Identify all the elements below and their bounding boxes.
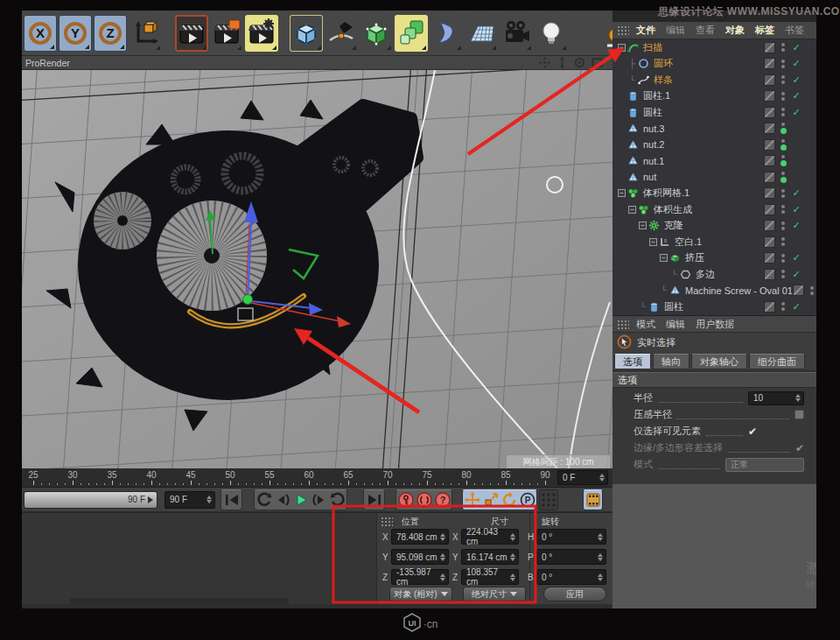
next-key-icon[interactable] (328, 490, 346, 510)
spline-pen-icon[interactable] (325, 15, 358, 52)
tree-row[interactable]: −体积网格.1✓ (612, 186, 816, 202)
zoom-icon[interactable] (556, 56, 569, 69)
visibility-dots-icon[interactable] (778, 155, 788, 166)
subdivision-surface-icon[interactable] (360, 15, 393, 52)
tree-row[interactable]: └样条✓ (612, 72, 816, 88)
tree-row[interactable]: −扫描✓ (612, 39, 816, 56)
layer-toggle-icon[interactable] (764, 172, 775, 183)
record-rotation-icon[interactable] (500, 490, 518, 510)
visibility-dots-icon[interactable] (778, 222, 788, 230)
current-frame-field[interactable]: 90 F (164, 491, 215, 509)
light-icon[interactable] (535, 15, 568, 52)
tree-row[interactable]: 圆柱.1✓ (612, 88, 816, 105)
timeline-film-icon[interactable] (584, 490, 602, 510)
attr-menu-1[interactable]: 编辑 (666, 318, 685, 331)
tree-row[interactable]: −体积生成✓ (612, 201, 816, 218)
tree-row[interactable]: ├圆环✓ (612, 56, 816, 73)
enable-check-icon[interactable]: ✓ (788, 90, 804, 102)
goto-end-icon[interactable] (363, 489, 385, 510)
spinner-icon[interactable] (598, 474, 607, 482)
tree-row[interactable]: − 克隆✓ (612, 218, 816, 235)
record-pla-icon[interactable] (539, 489, 558, 510)
enable-check-icon[interactable]: ✓ (788, 58, 804, 69)
tab-对象轴心[interactable]: 对象轴心 (691, 354, 747, 369)
coord-value-field[interactable]: 0 ° (536, 549, 606, 565)
layer-toggle-icon[interactable] (764, 107, 775, 118)
goto-start-icon[interactable] (220, 489, 242, 510)
layer-toggle-icon[interactable] (764, 220, 775, 231)
enable-check-icon[interactable]: ✓ (788, 42, 804, 53)
enable-check-icon[interactable]: ✓ (788, 74, 804, 86)
enable-check-icon[interactable]: ✓ (788, 269, 804, 280)
timeline-slider[interactable]: 90 F (24, 491, 158, 509)
spinner-icon[interactable] (509, 573, 518, 581)
spinner-icon[interactable] (597, 553, 606, 561)
mode-dropdown[interactable]: 绝对尺寸 (463, 587, 526, 601)
layer-toggle-icon[interactable] (764, 90, 775, 102)
axis-z-lock-icon[interactable]: Z (94, 15, 127, 52)
attr-menu-0[interactable]: 模式 (636, 318, 655, 331)
tree-row[interactable]: 圆柱✓ (612, 104, 816, 121)
apply-button[interactable]: 应用 (543, 587, 606, 601)
om-menu-标签[interactable]: 标签 (755, 24, 774, 37)
floor-icon[interactable] (465, 15, 498, 52)
layer-toggle-icon[interactable] (764, 74, 775, 86)
end-frame-field[interactable]: 0 F (557, 470, 608, 485)
add-cube-icon[interactable] (290, 15, 323, 52)
tree-row[interactable]: └Machine Screw - Oval 01 (612, 283, 816, 299)
coord-value-field[interactable]: -135.987 cm (391, 569, 449, 585)
visibility-dots-icon[interactable] (778, 189, 788, 198)
visibility-dots-icon[interactable] (778, 237, 788, 246)
coordinate-system-icon[interactable] (129, 15, 162, 52)
layer-toggle-icon[interactable] (764, 123, 775, 134)
panel-grip-icon[interactable] (381, 517, 393, 526)
mode-dropdown[interactable]: 正常 (725, 458, 804, 472)
layer-toggle-icon[interactable] (764, 204, 775, 215)
attr-menu-2[interactable]: 用户数据 (696, 318, 734, 331)
visibility-dots-icon[interactable] (778, 108, 788, 116)
expander-icon[interactable]: − (649, 238, 657, 246)
visibility-dots-icon[interactable] (778, 172, 788, 183)
visibility-dots-icon[interactable] (778, 92, 788, 101)
expander-icon[interactable]: − (660, 254, 668, 262)
enable-check-icon[interactable]: ✓ (788, 301, 804, 313)
render-to-picture-viewer-icon[interactable] (210, 15, 243, 52)
record-help-icon[interactable]: ? (433, 490, 452, 510)
om-menu-编辑[interactable]: 编辑 (666, 24, 685, 37)
checkmark-icon[interactable]: ✔ (795, 442, 804, 454)
layer-toggle-icon[interactable] (764, 139, 775, 151)
checkmark-icon[interactable]: ✔ (748, 425, 804, 438)
om-menu-书签[interactable]: 书签 (785, 24, 804, 37)
timeline-ruler[interactable]: 0 F 2530354045505560657075808590 (22, 468, 612, 488)
tree-row[interactable]: nut (612, 169, 816, 186)
tree-row[interactable]: nut.2 (612, 137, 816, 153)
record-scale-icon[interactable] (481, 490, 500, 510)
record-keyframe-icon[interactable] (396, 490, 415, 510)
previous-key-icon[interactable] (255, 490, 273, 510)
om-menu-文件[interactable]: 文件 (636, 24, 655, 37)
visibility-dots-icon[interactable] (778, 43, 788, 52)
visibility-dots-icon[interactable] (778, 75, 788, 84)
tree-row[interactable]: └多边✓ (612, 266, 816, 283)
expander-icon[interactable]: − (628, 206, 636, 214)
om-menu-对象[interactable]: 对象 (725, 24, 745, 37)
visibility-dots-icon[interactable] (778, 205, 788, 214)
enable-check-icon[interactable]: ✓ (788, 107, 804, 118)
coord-value-field[interactable]: 95.098 cm (391, 549, 449, 565)
coord-value-field[interactable]: 0 ° (536, 529, 606, 545)
play-icon[interactable] (291, 490, 310, 510)
viewport-menu-prorender[interactable]: ProRender (22, 58, 70, 68)
spinner-icon[interactable] (597, 573, 606, 581)
expander-icon[interactable]: − (618, 189, 626, 197)
previous-frame-icon[interactable] (273, 490, 291, 510)
spinner-icon[interactable] (439, 553, 448, 561)
visibility-dots-icon[interactable] (778, 60, 788, 68)
coord-value-field[interactable]: 224.043 cm (461, 529, 519, 545)
layer-toggle-icon[interactable] (764, 155, 775, 166)
pan-icon[interactable] (538, 56, 551, 69)
number-input[interactable]: 10 (748, 391, 804, 405)
layer-toggle-icon[interactable] (793, 285, 804, 296)
tree-row[interactable]: nut.1 (612, 153, 816, 170)
spinner-icon[interactable] (597, 533, 606, 541)
layer-toggle-icon[interactable] (764, 269, 775, 280)
